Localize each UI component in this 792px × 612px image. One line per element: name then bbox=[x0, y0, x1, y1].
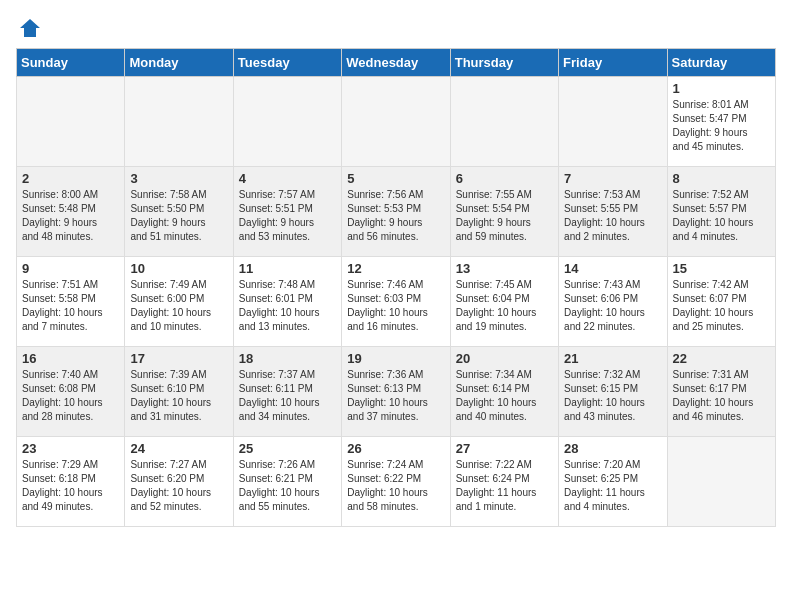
day-info: Sunrise: 7:36 AM Sunset: 6:13 PM Dayligh… bbox=[347, 368, 444, 424]
calendar-table: SundayMondayTuesdayWednesdayThursdayFrid… bbox=[16, 48, 776, 527]
calendar-cell: 11Sunrise: 7:48 AM Sunset: 6:01 PM Dayli… bbox=[233, 257, 341, 347]
day-number: 15 bbox=[673, 261, 770, 276]
day-number: 20 bbox=[456, 351, 553, 366]
calendar-cell: 16Sunrise: 7:40 AM Sunset: 6:08 PM Dayli… bbox=[17, 347, 125, 437]
logo-icon bbox=[18, 16, 42, 40]
day-number: 17 bbox=[130, 351, 227, 366]
calendar-cell bbox=[450, 77, 558, 167]
calendar-cell: 24Sunrise: 7:27 AM Sunset: 6:20 PM Dayli… bbox=[125, 437, 233, 527]
calendar-cell: 6Sunrise: 7:55 AM Sunset: 5:54 PM Daylig… bbox=[450, 167, 558, 257]
col-header-saturday: Saturday bbox=[667, 49, 775, 77]
day-info: Sunrise: 7:40 AM Sunset: 6:08 PM Dayligh… bbox=[22, 368, 119, 424]
day-info: Sunrise: 7:24 AM Sunset: 6:22 PM Dayligh… bbox=[347, 458, 444, 514]
day-number: 11 bbox=[239, 261, 336, 276]
day-number: 12 bbox=[347, 261, 444, 276]
day-number: 7 bbox=[564, 171, 661, 186]
day-info: Sunrise: 7:57 AM Sunset: 5:51 PM Dayligh… bbox=[239, 188, 336, 244]
calendar-week-row: 1Sunrise: 8:01 AM Sunset: 5:47 PM Daylig… bbox=[17, 77, 776, 167]
day-number: 13 bbox=[456, 261, 553, 276]
day-info: Sunrise: 7:39 AM Sunset: 6:10 PM Dayligh… bbox=[130, 368, 227, 424]
day-number: 25 bbox=[239, 441, 336, 456]
day-number: 16 bbox=[22, 351, 119, 366]
calendar-cell: 13Sunrise: 7:45 AM Sunset: 6:04 PM Dayli… bbox=[450, 257, 558, 347]
col-header-sunday: Sunday bbox=[17, 49, 125, 77]
calendar-cell bbox=[17, 77, 125, 167]
day-number: 8 bbox=[673, 171, 770, 186]
day-number: 21 bbox=[564, 351, 661, 366]
day-info: Sunrise: 7:55 AM Sunset: 5:54 PM Dayligh… bbox=[456, 188, 553, 244]
calendar-cell: 19Sunrise: 7:36 AM Sunset: 6:13 PM Dayli… bbox=[342, 347, 450, 437]
calendar-week-row: 23Sunrise: 7:29 AM Sunset: 6:18 PM Dayli… bbox=[17, 437, 776, 527]
col-header-wednesday: Wednesday bbox=[342, 49, 450, 77]
calendar-cell: 28Sunrise: 7:20 AM Sunset: 6:25 PM Dayli… bbox=[559, 437, 667, 527]
col-header-tuesday: Tuesday bbox=[233, 49, 341, 77]
calendar-cell: 8Sunrise: 7:52 AM Sunset: 5:57 PM Daylig… bbox=[667, 167, 775, 257]
day-number: 5 bbox=[347, 171, 444, 186]
calendar-cell: 9Sunrise: 7:51 AM Sunset: 5:58 PM Daylig… bbox=[17, 257, 125, 347]
calendar-cell: 14Sunrise: 7:43 AM Sunset: 6:06 PM Dayli… bbox=[559, 257, 667, 347]
calendar-cell: 18Sunrise: 7:37 AM Sunset: 6:11 PM Dayli… bbox=[233, 347, 341, 437]
day-number: 18 bbox=[239, 351, 336, 366]
day-number: 27 bbox=[456, 441, 553, 456]
day-info: Sunrise: 7:29 AM Sunset: 6:18 PM Dayligh… bbox=[22, 458, 119, 514]
calendar-cell: 20Sunrise: 7:34 AM Sunset: 6:14 PM Dayli… bbox=[450, 347, 558, 437]
col-header-monday: Monday bbox=[125, 49, 233, 77]
col-header-friday: Friday bbox=[559, 49, 667, 77]
day-info: Sunrise: 7:42 AM Sunset: 6:07 PM Dayligh… bbox=[673, 278, 770, 334]
day-info: Sunrise: 7:45 AM Sunset: 6:04 PM Dayligh… bbox=[456, 278, 553, 334]
day-info: Sunrise: 8:00 AM Sunset: 5:48 PM Dayligh… bbox=[22, 188, 119, 244]
col-header-thursday: Thursday bbox=[450, 49, 558, 77]
calendar-cell bbox=[559, 77, 667, 167]
calendar-cell: 15Sunrise: 7:42 AM Sunset: 6:07 PM Dayli… bbox=[667, 257, 775, 347]
calendar-cell: 10Sunrise: 7:49 AM Sunset: 6:00 PM Dayli… bbox=[125, 257, 233, 347]
day-number: 24 bbox=[130, 441, 227, 456]
day-info: Sunrise: 7:37 AM Sunset: 6:11 PM Dayligh… bbox=[239, 368, 336, 424]
day-number: 1 bbox=[673, 81, 770, 96]
day-number: 14 bbox=[564, 261, 661, 276]
day-number: 9 bbox=[22, 261, 119, 276]
day-info: Sunrise: 7:31 AM Sunset: 6:17 PM Dayligh… bbox=[673, 368, 770, 424]
calendar-cell bbox=[342, 77, 450, 167]
calendar-cell: 25Sunrise: 7:26 AM Sunset: 6:21 PM Dayli… bbox=[233, 437, 341, 527]
day-number: 6 bbox=[456, 171, 553, 186]
day-number: 4 bbox=[239, 171, 336, 186]
calendar-cell: 27Sunrise: 7:22 AM Sunset: 6:24 PM Dayli… bbox=[450, 437, 558, 527]
day-info: Sunrise: 7:32 AM Sunset: 6:15 PM Dayligh… bbox=[564, 368, 661, 424]
calendar-cell: 4Sunrise: 7:57 AM Sunset: 5:51 PM Daylig… bbox=[233, 167, 341, 257]
day-info: Sunrise: 7:51 AM Sunset: 5:58 PM Dayligh… bbox=[22, 278, 119, 334]
calendar-cell: 7Sunrise: 7:53 AM Sunset: 5:55 PM Daylig… bbox=[559, 167, 667, 257]
calendar-cell: 22Sunrise: 7:31 AM Sunset: 6:17 PM Dayli… bbox=[667, 347, 775, 437]
calendar-cell: 2Sunrise: 8:00 AM Sunset: 5:48 PM Daylig… bbox=[17, 167, 125, 257]
page-header bbox=[16, 16, 776, 40]
day-number: 26 bbox=[347, 441, 444, 456]
day-info: Sunrise: 7:56 AM Sunset: 5:53 PM Dayligh… bbox=[347, 188, 444, 244]
day-number: 10 bbox=[130, 261, 227, 276]
logo bbox=[16, 16, 42, 40]
calendar-cell: 12Sunrise: 7:46 AM Sunset: 6:03 PM Dayli… bbox=[342, 257, 450, 347]
calendar-cell: 3Sunrise: 7:58 AM Sunset: 5:50 PM Daylig… bbox=[125, 167, 233, 257]
calendar-cell: 23Sunrise: 7:29 AM Sunset: 6:18 PM Dayli… bbox=[17, 437, 125, 527]
day-info: Sunrise: 7:34 AM Sunset: 6:14 PM Dayligh… bbox=[456, 368, 553, 424]
day-number: 23 bbox=[22, 441, 119, 456]
calendar-cell: 17Sunrise: 7:39 AM Sunset: 6:10 PM Dayli… bbox=[125, 347, 233, 437]
day-info: Sunrise: 7:53 AM Sunset: 5:55 PM Dayligh… bbox=[564, 188, 661, 244]
calendar-week-row: 2Sunrise: 8:00 AM Sunset: 5:48 PM Daylig… bbox=[17, 167, 776, 257]
day-number: 28 bbox=[564, 441, 661, 456]
calendar-cell bbox=[125, 77, 233, 167]
calendar-header-row: SundayMondayTuesdayWednesdayThursdayFrid… bbox=[17, 49, 776, 77]
day-info: Sunrise: 7:43 AM Sunset: 6:06 PM Dayligh… bbox=[564, 278, 661, 334]
day-number: 22 bbox=[673, 351, 770, 366]
calendar-cell: 26Sunrise: 7:24 AM Sunset: 6:22 PM Dayli… bbox=[342, 437, 450, 527]
day-info: Sunrise: 8:01 AM Sunset: 5:47 PM Dayligh… bbox=[673, 98, 770, 154]
day-info: Sunrise: 7:49 AM Sunset: 6:00 PM Dayligh… bbox=[130, 278, 227, 334]
calendar-cell: 5Sunrise: 7:56 AM Sunset: 5:53 PM Daylig… bbox=[342, 167, 450, 257]
day-number: 3 bbox=[130, 171, 227, 186]
day-info: Sunrise: 7:46 AM Sunset: 6:03 PM Dayligh… bbox=[347, 278, 444, 334]
day-info: Sunrise: 7:52 AM Sunset: 5:57 PM Dayligh… bbox=[673, 188, 770, 244]
calendar-cell bbox=[233, 77, 341, 167]
day-info: Sunrise: 7:27 AM Sunset: 6:20 PM Dayligh… bbox=[130, 458, 227, 514]
calendar-cell: 21Sunrise: 7:32 AM Sunset: 6:15 PM Dayli… bbox=[559, 347, 667, 437]
calendar-cell bbox=[667, 437, 775, 527]
calendar-week-row: 9Sunrise: 7:51 AM Sunset: 5:58 PM Daylig… bbox=[17, 257, 776, 347]
day-info: Sunrise: 7:48 AM Sunset: 6:01 PM Dayligh… bbox=[239, 278, 336, 334]
